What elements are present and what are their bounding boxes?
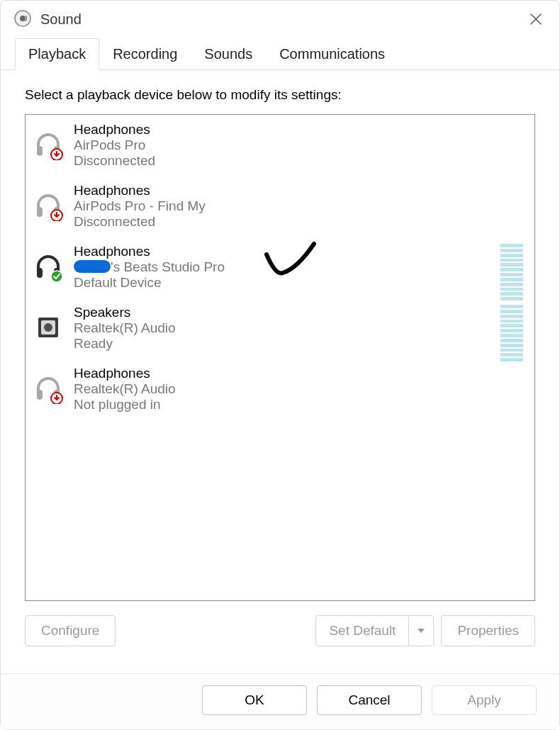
headphones-disconnected-icon bbox=[31, 186, 65, 225]
dialog-button-row: OK Cancel Apply bbox=[1, 673, 559, 729]
device-subtitle: 's Beats Studio Pro bbox=[74, 259, 225, 275]
tab-label: Communications bbox=[279, 46, 385, 62]
device-list[interactable]: Headphones AirPods Pro Disconnected bbox=[25, 114, 535, 601]
tab-label: Recording bbox=[113, 46, 177, 62]
device-name: Headphones bbox=[74, 366, 176, 381]
device-item[interactable]: Speakers Realtek(R) Audio Ready bbox=[26, 298, 534, 359]
sound-app-icon bbox=[13, 9, 32, 30]
properties-button[interactable]: Properties bbox=[441, 615, 535, 646]
svg-point-13 bbox=[44, 323, 52, 332]
device-name: Speakers bbox=[74, 305, 176, 320]
configure-button[interactable]: Configure bbox=[25, 615, 116, 646]
close-button[interactable] bbox=[525, 9, 547, 30]
device-subtitle: AirPods Pro - Find My bbox=[74, 198, 206, 214]
tab-recording[interactable]: Recording bbox=[99, 38, 191, 70]
device-subtitle: Realtek(R) Audio bbox=[74, 381, 176, 397]
tab-label: Playback bbox=[28, 46, 86, 62]
cancel-button[interactable]: Cancel bbox=[317, 685, 422, 715]
apply-button[interactable]: Apply bbox=[432, 685, 537, 715]
svg-rect-8 bbox=[37, 268, 43, 278]
set-default-button[interactable]: Set Default bbox=[316, 616, 409, 646]
headphones-default-icon bbox=[31, 247, 65, 286]
device-name: Headphones bbox=[74, 244, 225, 259]
tab-playback[interactable]: Playback bbox=[15, 38, 99, 70]
svg-rect-2 bbox=[37, 146, 43, 156]
ok-button[interactable]: OK bbox=[202, 685, 307, 715]
svg-rect-5 bbox=[37, 207, 43, 217]
device-name: Headphones bbox=[74, 183, 206, 198]
window-title: Sound bbox=[40, 11, 82, 28]
device-status: Disconnected bbox=[74, 214, 206, 230]
title-bar: Sound bbox=[1, 1, 559, 38]
set-default-split-button[interactable]: Set Default bbox=[315, 615, 434, 646]
device-status: Disconnected bbox=[74, 153, 155, 169]
device-status: Not plugged in bbox=[74, 397, 176, 412]
device-item[interactable]: Headphones 's Beats Studio Pro Default D… bbox=[26, 237, 534, 298]
svg-point-10 bbox=[51, 271, 62, 282]
tab-label: Sounds bbox=[204, 46, 252, 62]
device-name: Headphones bbox=[74, 122, 155, 137]
hand-drawn-checkmark-icon bbox=[263, 240, 320, 283]
redacted-owner-name bbox=[74, 260, 111, 273]
device-item[interactable]: Headphones AirPods Pro - Find My Disconn… bbox=[26, 176, 534, 237]
device-status: Default Device bbox=[74, 275, 225, 291]
volume-level-meter bbox=[500, 244, 523, 301]
device-item[interactable]: Headphones Realtek(R) Audio Not plugged … bbox=[26, 359, 534, 420]
device-subtitle: AirPods Pro bbox=[74, 137, 155, 153]
headphones-disconnected-icon bbox=[31, 125, 65, 164]
tab-strip: Playback Recording Sounds Communications bbox=[1, 38, 559, 70]
tab-communications[interactable]: Communications bbox=[266, 38, 398, 70]
speakers-icon bbox=[31, 308, 65, 347]
sound-dialog: Sound Playback Recording Sounds Communic… bbox=[0, 0, 560, 730]
set-default-dropdown[interactable] bbox=[409, 616, 433, 646]
headphones-disconnected-icon bbox=[31, 369, 65, 408]
volume-level-meter bbox=[500, 305, 523, 361]
tab-content-playback: Select a playback device below to modify… bbox=[1, 70, 559, 673]
svg-rect-14 bbox=[37, 390, 43, 400]
close-icon bbox=[529, 12, 543, 26]
device-item[interactable]: Headphones AirPods Pro Disconnected bbox=[26, 115, 534, 176]
chevron-down-icon bbox=[416, 626, 426, 636]
instruction-text: Select a playback device below to modify… bbox=[25, 87, 535, 103]
svg-point-1 bbox=[20, 16, 26, 21]
device-status: Ready bbox=[74, 336, 176, 352]
action-row: Configure Set Default Properties bbox=[25, 601, 535, 666]
device-subtitle: Realtek(R) Audio bbox=[74, 320, 176, 336]
tab-sounds[interactable]: Sounds bbox=[191, 38, 266, 70]
